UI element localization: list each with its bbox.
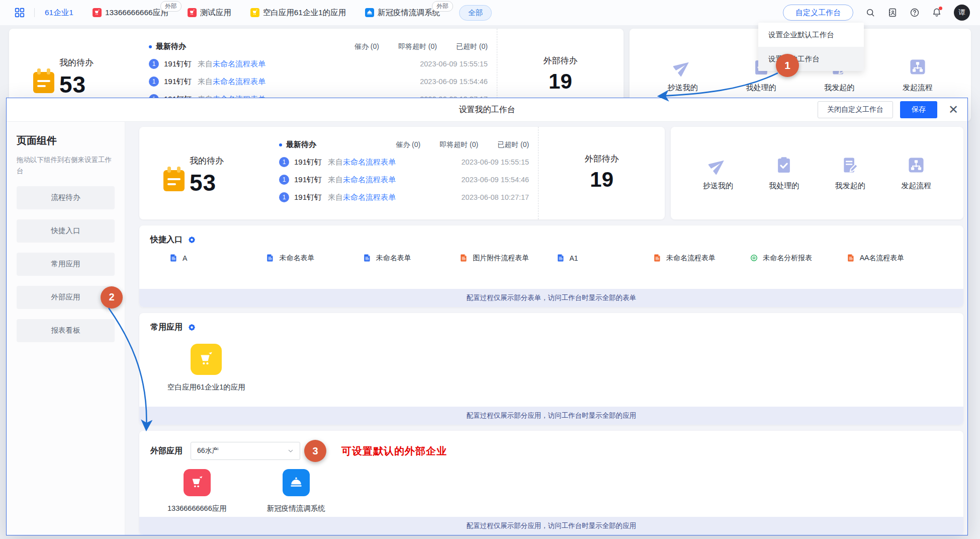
- todo-title: 191钉钉: [164, 77, 192, 87]
- paper-plane-icon: [708, 156, 728, 175]
- menu-item-set-my-workbench[interactable]: 设置我的工作台: [758, 47, 864, 71]
- action-started-by-me[interactable]: 我发起的: [835, 156, 865, 191]
- my-todo-count: 53: [59, 71, 86, 98]
- action-start-process[interactable]: 发起流程: [903, 57, 933, 93]
- modal-header: 设置我的工作台 关闭自定义工作台 保存 ✕: [7, 98, 967, 122]
- todo-form-link[interactable]: 未命名流程表单: [213, 77, 265, 87]
- tab-test-app[interactable]: 测试应用: [188, 8, 231, 18]
- quick-entry-item[interactable]: AA名流程表单: [847, 253, 943, 263]
- divider: [34, 8, 35, 17]
- urge-count[interactable]: 催办 (0): [396, 140, 420, 149]
- quick-entry-item[interactable]: 未命名表单: [363, 253, 460, 263]
- avatar[interactable]: 谭: [954, 5, 970, 21]
- app-covid-system[interactable]: 新冠疫情流调系统: [267, 469, 325, 513]
- tab-blank-app[interactable]: 空白应用61企业1的应用: [250, 8, 346, 18]
- customize-dropdown-menu: 设置企业默认工作台 设置我的工作台: [758, 23, 864, 71]
- todo-time: 2023-06-09 15:54:46: [420, 78, 488, 86]
- app-blank-61[interactable]: 空白应用61企业1的应用: [167, 344, 245, 392]
- external-apps-section: 外部应用 66水产 3 可设置默认的外部企业 13366666666应用: [139, 431, 963, 535]
- close-customize-button[interactable]: 关闭自定义工作台: [818, 101, 893, 118]
- contacts-icon[interactable]: [887, 8, 898, 18]
- external-todo-label: 外部待办: [585, 153, 619, 165]
- notification-bell[interactable]: [932, 8, 942, 18]
- component-process-todo[interactable]: 流程待办: [17, 186, 115, 209]
- customize-workbench-button[interactable]: 自定义工作台: [783, 5, 853, 21]
- app-label: 13366666666应用: [167, 504, 227, 513]
- form-doc-icon: [363, 253, 372, 263]
- search-icon[interactable]: [865, 8, 875, 18]
- action-start-process[interactable]: 发起流程: [901, 156, 931, 191]
- bullet-dot: [279, 143, 282, 146]
- action-handled-by-me[interactable]: 我处理的: [769, 156, 799, 191]
- todo-row[interactable]: 1 191钉钉 来自 未命名流程表单 2023-06-09 15:55:15: [149, 59, 488, 69]
- process-actions-card: 抄送我的 我处理的 我发起的 发起流程: [671, 127, 963, 219]
- tab-app-1336[interactable]: 13366666666应用 外部: [93, 8, 168, 18]
- todo-title: 191钉钉: [294, 193, 322, 202]
- timed-out-count[interactable]: 已超时 (0): [497, 140, 529, 149]
- timeout-soon-count[interactable]: 即将超时 (0): [439, 140, 478, 149]
- tab-org[interactable]: 61企业1: [45, 8, 73, 18]
- timed-out-count[interactable]: 已超时 (0): [456, 42, 488, 51]
- action-label: 我处理的: [769, 181, 799, 191]
- todo-clipboard-icon: [32, 68, 55, 94]
- todo-row[interactable]: 1 191钉钉 来自 未命名流程表单 2023-06-09 15:55:15: [279, 157, 529, 167]
- org-chart-icon: [907, 156, 926, 175]
- annotation-step-2: 2: [101, 286, 123, 309]
- app-label: 空白应用61企业1的应用: [167, 382, 245, 392]
- action-label: 我发起的: [824, 83, 854, 93]
- row-number-badge: 1: [149, 76, 159, 87]
- process-doc-icon: [847, 253, 855, 263]
- action-cc-me[interactable]: 抄送我的: [668, 57, 698, 93]
- quick-entry-title: 快捷入口: [150, 235, 183, 245]
- external-apps-footer-note: 配置过程仅展示部分应用，访问工作台时显示全部的应用: [139, 517, 963, 535]
- todo-form-link[interactable]: 未命名流程表单: [343, 158, 396, 167]
- todo-from: 来自: [328, 158, 343, 167]
- external-company-select[interactable]: 66水产: [191, 442, 300, 460]
- entry-label: 未命名表单: [376, 254, 411, 263]
- component-report-board[interactable]: 报表看板: [17, 319, 115, 342]
- help-icon[interactable]: [910, 8, 920, 18]
- action-cc-me[interactable]: 抄送我的: [703, 156, 733, 191]
- form-doc-icon: [169, 253, 178, 263]
- action-label: 发起流程: [901, 181, 931, 191]
- all-apps-pill[interactable]: 全部: [459, 5, 492, 21]
- component-quick-entry[interactable]: 快捷入口: [17, 219, 115, 243]
- todo-form-link[interactable]: 未命名流程表单: [213, 59, 265, 69]
- todo-form-link[interactable]: 未命名流程表单: [343, 193, 396, 202]
- gear-icon[interactable]: [188, 323, 196, 332]
- menu-item-set-enterprise-default[interactable]: 设置企业默认工作台: [758, 23, 864, 47]
- external-todo-block: 外部待办 19: [538, 127, 665, 219]
- todo-form-link[interactable]: 未命名流程表单: [343, 175, 396, 185]
- timeout-soon-count[interactable]: 即将超时 (0): [398, 42, 437, 51]
- quick-entry-item[interactable]: 未命名分析报表: [750, 253, 846, 263]
- todo-row[interactable]: 1 191钉钉 来自 未命名流程表单 2023-06-09 15:54:46: [149, 76, 488, 87]
- quick-entry-item[interactable]: 未命名表单: [266, 253, 363, 263]
- topbar-tabs: 61企业1 13366666666应用 外部 测试应用 空白应用61企业1的应用…: [14, 5, 492, 21]
- doc-edit-icon: [841, 156, 860, 175]
- save-button[interactable]: 保存: [900, 101, 937, 118]
- quick-entry-item[interactable]: A1: [557, 253, 653, 263]
- todo-row[interactable]: 1 191钉钉 来自 未命名流程表单 2023-06-09 15:54:46: [279, 175, 529, 185]
- workbench-grid-icon[interactable]: [14, 7, 25, 18]
- quick-entry-item[interactable]: 未命名流程表单: [653, 253, 750, 263]
- component-external-apps[interactable]: 外部应用 2: [17, 286, 115, 309]
- tab-label: 13366666666应用: [105, 8, 168, 18]
- chevron-down-icon: [287, 447, 295, 455]
- gear-icon[interactable]: [188, 236, 196, 244]
- tab-label: 空白应用61企业1的应用: [263, 8, 346, 18]
- quick-entry-item[interactable]: 图片附件流程表单: [460, 253, 556, 263]
- tab-covid-app[interactable]: 新冠疫情流调系统 外部: [365, 8, 440, 18]
- component-common-apps[interactable]: 常用应用: [17, 253, 115, 276]
- entry-label: 未命名表单: [279, 254, 314, 263]
- component-label: 外部应用: [51, 292, 80, 302]
- external-badge: 外部: [160, 1, 182, 12]
- urge-count[interactable]: 催办 (0): [354, 42, 379, 51]
- close-icon[interactable]: ✕: [948, 104, 958, 116]
- quick-entry-list: A 未命名表单 未命名表单 图片附件流程表单: [139, 245, 963, 263]
- row-number-badge: 1: [149, 59, 159, 69]
- form-doc-icon: [266, 253, 275, 263]
- app-1336[interactable]: 13366666666应用: [167, 469, 227, 513]
- todo-from: 来自: [328, 175, 343, 185]
- todo-row[interactable]: 1 191钉钉 来自 未命名流程表单 2023-06-08 10:27:17: [279, 192, 529, 202]
- quick-entry-item[interactable]: A: [169, 253, 266, 263]
